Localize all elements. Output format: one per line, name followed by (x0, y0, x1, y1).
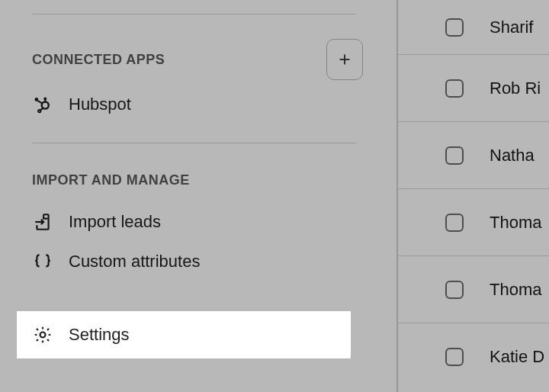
sidebar-item-import-leads[interactable]: Import leads (0, 202, 396, 242)
sidebar-item-label: Import leads (69, 212, 161, 232)
row-checkbox[interactable] (445, 79, 464, 98)
svg-point-5 (38, 110, 40, 112)
contact-name: Rob Ri (490, 79, 541, 98)
sidebar-item-hubspot[interactable]: Hubspot (0, 80, 396, 137)
table-row[interactable]: Thoma (398, 189, 549, 256)
import-icon (32, 211, 53, 233)
table-row[interactable]: Thoma (398, 256, 549, 323)
table-row[interactable]: Natha (398, 122, 549, 189)
import-manage-title: IMPORT AND MANAGE (0, 143, 396, 202)
plus-icon (336, 51, 353, 68)
contact-name: Thoma (490, 213, 541, 233)
row-checkbox[interactable] (445, 348, 464, 366)
sidebar-item-label: Custom attributes (69, 252, 200, 272)
row-checkbox[interactable] (445, 18, 464, 37)
contact-name: Katie D (490, 347, 544, 367)
contact-name: Sharif (490, 18, 533, 37)
connected-apps-title: CONNECTED APPS (32, 52, 165, 68)
gear-icon (32, 324, 53, 345)
sidebar-item-custom-attributes[interactable]: Custom attributes (0, 242, 396, 281)
row-checkbox[interactable] (445, 281, 464, 299)
hubspot-icon (32, 94, 53, 115)
contact-name: Thoma (490, 280, 541, 300)
svg-point-3 (43, 97, 47, 100)
sidebar-item-label: Hubspot (69, 95, 131, 114)
table-row[interactable]: Sharif (398, 0, 549, 55)
svg-line-6 (38, 101, 43, 104)
contact-name: Natha (490, 146, 535, 165)
contacts-list: Sharif Rob Ri Natha Thoma Thoma Katie D (398, 0, 549, 392)
connected-apps-header: CONNECTED APPS (0, 14, 396, 80)
svg-point-9 (40, 333, 46, 338)
sidebar-item-label: Settings (69, 325, 130, 345)
sidebar-item-settings[interactable]: Settings (17, 311, 351, 358)
row-checkbox[interactable] (445, 214, 464, 232)
row-checkbox[interactable] (445, 146, 464, 165)
svg-line-8 (40, 108, 43, 110)
add-app-button[interactable] (326, 39, 363, 80)
table-row[interactable]: Katie D (398, 323, 549, 390)
table-row[interactable]: Rob Ri (398, 55, 549, 122)
braces-icon (32, 251, 53, 272)
